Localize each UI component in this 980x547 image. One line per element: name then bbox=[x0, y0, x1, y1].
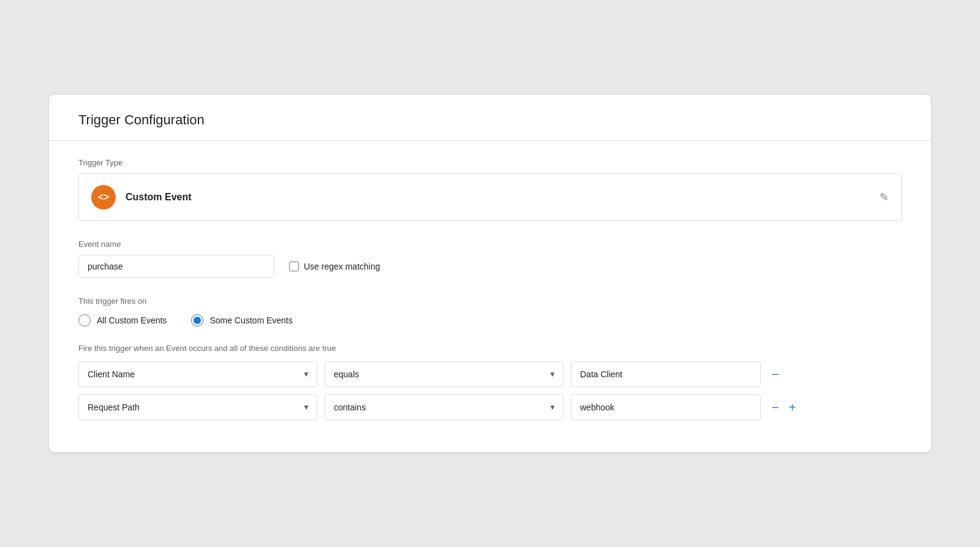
radio-some-label[interactable]: Some Custom Events bbox=[209, 315, 292, 325]
operator-select-2[interactable]: contains equals starts with ends with bbox=[325, 394, 564, 420]
regex-label[interactable]: Use regex matching bbox=[304, 262, 380, 271]
event-name-input[interactable] bbox=[78, 255, 274, 278]
value-input-2[interactable] bbox=[571, 394, 761, 420]
value-input-1[interactable] bbox=[571, 361, 761, 387]
page-title: Trigger Configuration bbox=[78, 112, 902, 128]
icon-symbol: <> bbox=[98, 192, 110, 203]
condition-row-1: Client Name Request Path Event Name ▼ eq… bbox=[78, 361, 902, 387]
radio-group: All Custom Events Some Custom Events bbox=[78, 314, 902, 326]
condition-row-2: Request Path Client Name Event Name ▼ co… bbox=[78, 394, 902, 420]
regex-checkbox-row: Use regex matching bbox=[289, 262, 380, 271]
card-body: Trigger Type <> Custom Event ✎ Event nam… bbox=[49, 141, 931, 452]
trigger-type-box: <> Custom Event ✎ bbox=[78, 173, 902, 221]
event-name-label: Event name bbox=[78, 240, 902, 249]
operator-select-1[interactable]: equals contains starts with ends with bbox=[325, 361, 564, 387]
add-button[interactable]: + bbox=[785, 401, 800, 413]
operator-select-wrapper-2: contains equals starts with ends with ▼ bbox=[325, 394, 564, 420]
action-btns-2: − + bbox=[768, 401, 799, 413]
custom-event-icon: <> bbox=[91, 185, 116, 209]
variable-select-wrapper-2: Request Path Client Name Event Name ▼ bbox=[78, 394, 317, 420]
radio-option-all: All Custom Events bbox=[78, 314, 167, 326]
trigger-type-left: <> Custom Event bbox=[91, 185, 192, 209]
trigger-type-name: Custom Event bbox=[126, 192, 192, 203]
remove-button-1[interactable]: − bbox=[768, 368, 783, 380]
edit-icon[interactable]: ✎ bbox=[880, 191, 889, 204]
fires-on-label: This trigger fires on bbox=[78, 296, 902, 306]
variable-select-2[interactable]: Request Path Client Name Event Name bbox=[78, 394, 317, 420]
action-btns-1: − bbox=[768, 368, 783, 380]
variable-select-1[interactable]: Client Name Request Path Event Name bbox=[78, 361, 317, 387]
variable-select-wrapper-1: Client Name Request Path Event Name ▼ bbox=[78, 361, 317, 387]
event-name-section: Event name Use regex matching bbox=[78, 240, 902, 278]
operator-select-wrapper-1: equals contains starts with ends with ▼ bbox=[325, 361, 564, 387]
trigger-type-section: Trigger Type <> Custom Event ✎ bbox=[78, 158, 902, 221]
radio-all-events[interactable] bbox=[78, 314, 91, 326]
trigger-configuration-card: Trigger Configuration Trigger Type <> Cu… bbox=[49, 95, 931, 452]
conditions-description: Fire this trigger when an Event occurs a… bbox=[78, 344, 902, 353]
regex-checkbox[interactable] bbox=[289, 262, 299, 271]
radio-all-label[interactable]: All Custom Events bbox=[97, 315, 167, 325]
radio-some-events[interactable] bbox=[191, 314, 203, 326]
conditions-section: Fire this trigger when an Event occurs a… bbox=[78, 344, 902, 420]
card-header: Trigger Configuration bbox=[49, 95, 931, 141]
remove-button-2[interactable]: − bbox=[768, 401, 783, 413]
radio-option-some: Some Custom Events bbox=[191, 314, 292, 326]
trigger-type-label: Trigger Type bbox=[78, 158, 902, 167]
event-name-row: Use regex matching bbox=[78, 255, 902, 278]
fires-on-section: This trigger fires on All Custom Events … bbox=[78, 296, 902, 326]
